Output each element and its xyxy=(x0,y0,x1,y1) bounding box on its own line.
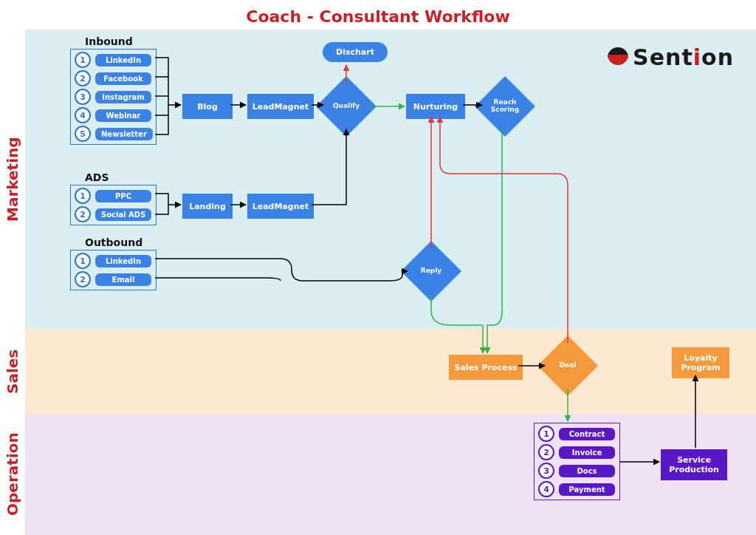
list-item: 5Newsletter xyxy=(75,126,152,142)
node-leadmagnet1: LeadMagnet xyxy=(247,94,314,119)
lane-marketing-label: Marketing xyxy=(0,30,25,329)
node-deal: Deal xyxy=(546,344,589,387)
diagram-title: Coach - Consultant Workflow xyxy=(0,7,756,26)
group-outbound: 1LinkedIn 2Email xyxy=(70,250,157,290)
node-qualify: Qualify xyxy=(325,85,368,128)
list-item: 2Invoice xyxy=(538,444,616,460)
node-blog: Blog xyxy=(182,94,233,119)
node-dischart: Dischart xyxy=(323,42,388,62)
list-item: 4Payment xyxy=(538,481,616,497)
list-item: 4Webinar xyxy=(75,107,152,123)
node-loyalty: Loyalty Program xyxy=(672,347,729,378)
list-item: 1LinkedIn xyxy=(75,52,152,68)
node-serviceprod: Service Production xyxy=(661,449,727,480)
node-salesprocess: Sales Process xyxy=(449,355,523,380)
lane-operation xyxy=(25,414,756,535)
node-reply: Reply xyxy=(410,250,453,293)
group-ads: 1PPC 2Social ADS xyxy=(70,185,157,225)
list-item: 1LinkedIn xyxy=(75,253,152,269)
node-landing: Landing xyxy=(182,194,233,219)
group-outbound-title: Outbound xyxy=(85,236,142,248)
group-ads-title: ADS xyxy=(85,171,109,183)
lane-sales xyxy=(25,329,756,414)
lane-operation-label: Operation xyxy=(0,414,25,535)
node-leadmagnet2: LeadMagnet xyxy=(247,194,314,219)
group-inbound-title: Inbound xyxy=(85,35,133,47)
list-item: 1PPC xyxy=(75,188,152,204)
list-item: 2Email xyxy=(75,271,152,287)
node-reachscoring: Reach Scoring xyxy=(484,85,526,128)
list-item: 2Social ADS xyxy=(75,206,152,222)
list-item: 3Instagram xyxy=(75,89,152,105)
list-item: 1Contract xyxy=(538,426,616,442)
list-item: 3Docs xyxy=(538,463,616,479)
node-nurturing: Nurturing xyxy=(406,94,465,119)
brand-logo: Sention xyxy=(608,44,734,70)
list-item: 2Facebook xyxy=(75,70,152,86)
lane-sales-label: Sales xyxy=(0,329,25,414)
group-inbound: 1LinkedIn 2Facebook 3Instagram 4Webinar … xyxy=(70,49,157,145)
group-ops: 1Contract 2Invoice 3Docs 4Payment xyxy=(534,423,620,500)
